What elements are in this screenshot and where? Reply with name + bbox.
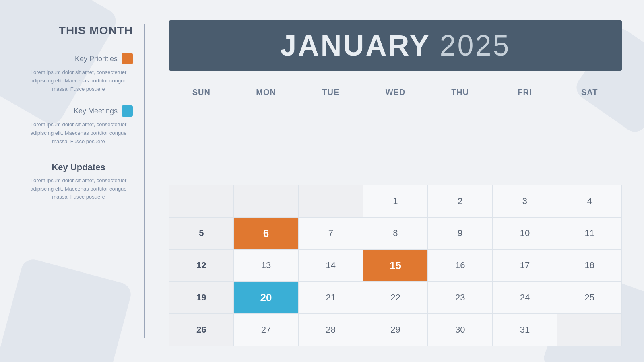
key-priorities-section: Key Priorities Lorem ipsum dolor sit ame…	[24, 53, 133, 93]
key-meetings-text: Lorem ipsum dolor sit amet, consectetuer…	[24, 121, 133, 146]
calendar-cell	[557, 314, 622, 346]
calendar-cell: 11	[557, 217, 622, 249]
calendar-cell: 4	[557, 185, 622, 217]
calendar-cell: 10	[493, 217, 557, 249]
key-updates-text: Lorem ipsum dolor sit amet, consectetuer…	[24, 177, 133, 202]
calendar-cell: 22	[363, 282, 428, 314]
calendar-cell: 21	[298, 282, 363, 314]
calendar-cell: 26	[169, 314, 234, 346]
day-header: WED	[363, 83, 428, 185]
calendar-body: 1234567891011121314151617181920212223242…	[169, 185, 622, 346]
calendar-week-row: 12131415161718	[169, 249, 622, 282]
key-priorities-dot	[122, 53, 133, 64]
calendar-cell: 12	[169, 249, 234, 282]
key-meetings-header: Key Meetings	[24, 105, 133, 117]
calendar-cell: 5	[169, 217, 234, 249]
day-header: FRI	[493, 83, 557, 185]
calendar-cell: 24	[493, 282, 557, 314]
key-updates-title: Key Updates	[24, 162, 133, 173]
calendar-cell: 31	[493, 314, 557, 346]
calendar-area: JANUARY 2025 SUNMONTUEWEDTHUFRISAT 12345…	[145, 0, 644, 362]
calendar-cell	[298, 185, 363, 217]
key-updates-section: Key Updates Lorem ipsum dolor sit amet, …	[24, 158, 133, 202]
calendar-cell: 2	[428, 185, 493, 217]
calendar-cell: 7	[298, 217, 363, 249]
calendar-month: JANUARY	[280, 29, 430, 62]
calendar-title: JANUARY 2025	[181, 29, 610, 62]
calendar-cell: 27	[234, 314, 299, 346]
calendar-cell	[234, 185, 299, 217]
calendar-header: JANUARY 2025	[169, 20, 622, 71]
calendar-cell: 18	[557, 249, 622, 282]
calendar-cell: 19	[169, 282, 234, 314]
calendar-cell: 25	[557, 282, 622, 314]
calendar-cell: 3	[493, 185, 557, 217]
calendar-week-row: 1234	[169, 185, 622, 217]
calendar-cell: 16	[428, 249, 493, 282]
calendar-grid: SUNMONTUEWEDTHUFRISAT 123456789101112131…	[169, 83, 622, 346]
calendar-week-row: 19202122232425	[169, 282, 622, 314]
key-meetings-section: Key Meetings Lorem ipsum dolor sit amet,…	[24, 105, 133, 146]
sidebar-title: THIS MONTH	[24, 24, 133, 37]
key-meetings-label: Key Meetings	[74, 107, 118, 115]
day-header: TUE	[298, 83, 363, 185]
main-layout: THIS MONTH Key Priorities Lorem ipsum do…	[0, 0, 644, 362]
calendar-year: 2025	[440, 29, 510, 62]
calendar-cell: 13	[234, 249, 299, 282]
calendar-cell: 15	[363, 249, 428, 282]
day-header: SUN	[169, 83, 234, 185]
calendar-day-headers: SUNMONTUEWEDTHUFRISAT	[169, 83, 622, 185]
calendar-cell: 29	[363, 314, 428, 346]
calendar-week-row: 567891011	[169, 217, 622, 249]
day-header: SAT	[557, 83, 622, 185]
calendar-cell: 14	[298, 249, 363, 282]
calendar-cell: 17	[493, 249, 557, 282]
calendar-cell: 28	[298, 314, 363, 346]
key-priorities-label: Key Priorities	[75, 55, 118, 63]
calendar-cell	[169, 185, 234, 217]
calendar-cell: 9	[428, 217, 493, 249]
key-priorities-header: Key Priorities	[24, 53, 133, 64]
calendar-week-row: 262728293031	[169, 314, 622, 346]
day-header: MON	[234, 83, 299, 185]
sidebar: THIS MONTH Key Priorities Lorem ipsum do…	[0, 0, 145, 362]
calendar-cell: 1	[363, 185, 428, 217]
calendar-cell: 23	[428, 282, 493, 314]
day-header: THU	[428, 83, 493, 185]
key-meetings-dot	[122, 105, 133, 117]
calendar-cell: 6	[234, 217, 299, 249]
calendar-cell: 20	[234, 282, 299, 314]
calendar-cell: 30	[428, 314, 493, 346]
calendar-cell: 8	[363, 217, 428, 249]
key-priorities-text: Lorem ipsum dolor sit amet, consectetuer…	[24, 68, 133, 93]
